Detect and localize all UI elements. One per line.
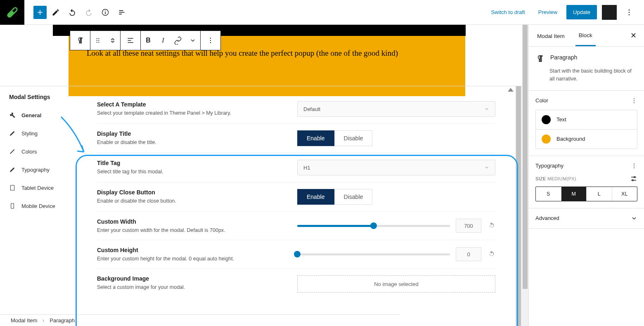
main-scrollbar[interactable] — [522, 25, 528, 326]
link-button[interactable] — [170, 31, 185, 50]
paragraph-icon-button[interactable] — [70, 31, 90, 50]
redo-button[interactable] — [81, 5, 96, 20]
outline-button[interactable] — [114, 5, 129, 20]
color-section: Color Text Background — [529, 91, 644, 156]
advanced-label: Advanced — [535, 215, 559, 221]
svg-rect-4 — [105, 12, 106, 14]
width-value[interactable]: 700 — [456, 219, 481, 233]
undo-button[interactable] — [65, 5, 80, 20]
nav-tablet[interactable]: Tablet Device — [0, 179, 85, 197]
svg-point-7 — [629, 14, 630, 15]
size-xl[interactable]: XL — [612, 187, 637, 201]
breadcrumb: Modal Item Paragraph — [0, 314, 400, 326]
edit-mode-button[interactable] — [48, 5, 63, 20]
svg-point-26 — [632, 180, 633, 181]
template-select[interactable]: Default — [297, 101, 495, 117]
label: Display Close Button — [97, 189, 297, 196]
close-sidebar-button[interactable]: ✕ — [628, 28, 639, 43]
svg-point-21 — [634, 102, 635, 103]
more-menu-button[interactable] — [622, 5, 637, 20]
label: Custom Width — [97, 218, 297, 225]
swatch-label: Text — [556, 116, 566, 123]
settings-scrollbar[interactable] — [515, 86, 522, 326]
more-format-button[interactable] — [185, 31, 200, 50]
bg-image-selector[interactable]: No image selected — [297, 275, 495, 293]
desc: Select title tag for this modal. — [97, 169, 297, 175]
info-button[interactable] — [98, 5, 113, 20]
switch-draft-link[interactable]: Switch to draft — [487, 7, 529, 18]
svg-point-11 — [98, 40, 99, 41]
row-custom-width: Custom WidthEnter your custom width for … — [97, 212, 495, 240]
collapse-toggle[interactable] — [508, 88, 514, 92]
nav-general[interactable]: General — [0, 106, 85, 124]
nav-colors[interactable]: Colors — [0, 142, 85, 161]
row-close-button: Display Close ButtonEnable or disable th… — [97, 182, 495, 212]
nav-label: Colors — [21, 149, 37, 155]
settings-gear-button[interactable] — [602, 5, 617, 20]
block-name: Paragraph — [550, 54, 577, 63]
block-info: Paragraph Start with the basic building … — [529, 47, 644, 91]
disable-option[interactable]: Disable — [334, 130, 373, 146]
size-val: MEDIUM(PX) — [547, 176, 576, 181]
color-heading[interactable]: Color — [535, 97, 637, 104]
add-block-button[interactable] — [33, 6, 47, 19]
tab-modal-item[interactable]: Modal Item — [534, 26, 568, 46]
drag-handle-button[interactable] — [90, 31, 105, 50]
block-more-button[interactable] — [201, 31, 220, 50]
desc: Enter your custom height for the modal. … — [97, 256, 297, 262]
nav-label: General — [21, 112, 41, 118]
color-circle — [542, 135, 551, 144]
row-display-title: Display TitleEnable or disable the title… — [97, 124, 495, 153]
block-desc: Start with the basic building block of a… — [549, 67, 637, 83]
advanced-section[interactable]: Advanced — [529, 208, 644, 229]
disable-option[interactable]: Disable — [334, 189, 373, 205]
topbar: Switch to draft Preview Update — [0, 0, 644, 25]
svg-point-3 — [105, 10, 106, 11]
size-label: SIZE — [535, 176, 546, 181]
editor-canvas[interactable]: Look at all these neat settings that wil… — [0, 25, 522, 86]
size-l[interactable]: L — [587, 187, 612, 201]
enable-option[interactable]: Enable — [297, 189, 334, 205]
typography-heading[interactable]: Typography — [535, 163, 637, 169]
nav-styling[interactable]: Styling — [0, 124, 85, 142]
width-reset-button[interactable] — [488, 222, 495, 230]
nav-label: Typography — [21, 167, 50, 173]
width-slider[interactable] — [297, 225, 450, 227]
bold-button[interactable]: B — [141, 31, 156, 50]
nav-typography[interactable]: Typography — [0, 161, 85, 179]
title-tag-select[interactable]: H1 — [297, 160, 495, 175]
site-logo[interactable] — [0, 0, 24, 25]
tab-block[interactable]: Block — [575, 25, 596, 46]
size-m[interactable]: M — [561, 187, 587, 201]
svg-point-24 — [634, 167, 635, 168]
svg-point-22 — [634, 163, 635, 164]
height-slider[interactable] — [297, 253, 450, 255]
swatch-label: Background — [556, 136, 585, 142]
desc: Enable or disable the title. — [97, 139, 297, 145]
svg-point-13 — [98, 42, 99, 43]
svg-point-8 — [97, 38, 97, 39]
row-bg-image: Background ImageSelect a custom image fo… — [97, 269, 495, 299]
preview-link[interactable]: Preview — [534, 7, 561, 18]
size-s[interactable]: S — [536, 187, 561, 201]
bg-color-swatch[interactable]: Background — [536, 130, 637, 149]
svg-point-20 — [634, 100, 635, 101]
text-color-swatch[interactable]: Text — [536, 110, 637, 130]
block-toolbar: B I — [70, 31, 221, 50]
desc: Enable or disable the close button. — [97, 198, 297, 204]
crumb-item[interactable]: Modal Item — [11, 317, 37, 324]
align-button[interactable] — [121, 31, 140, 50]
italic-button[interactable]: I — [156, 31, 170, 50]
nav-mobile[interactable]: Mobile Device — [0, 197, 85, 215]
svg-point-25 — [634, 176, 635, 177]
move-updown-button[interactable] — [105, 31, 120, 50]
settings-body: Select A TemplateSelect your template cr… — [85, 86, 515, 326]
height-value[interactable]: 0 — [456, 247, 481, 261]
svg-rect-17 — [10, 185, 14, 190]
crumb-item[interactable]: Paragraph — [50, 317, 75, 324]
sliders-icon[interactable] — [630, 175, 637, 182]
svg-point-6 — [629, 12, 630, 13]
update-button[interactable]: Update — [566, 5, 597, 19]
height-reset-button[interactable] — [488, 250, 495, 259]
enable-option[interactable]: Enable — [297, 130, 334, 146]
